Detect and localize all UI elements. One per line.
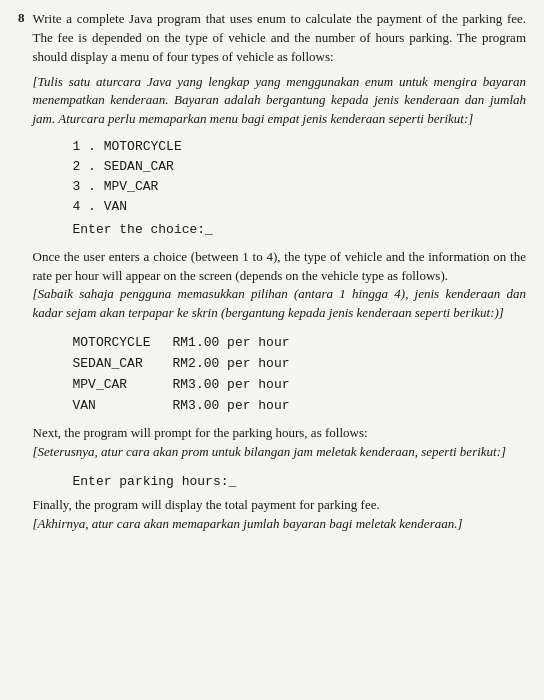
section3-block: Next, the program will prompt for the pa… bbox=[33, 424, 527, 462]
rate-row-0: MOTORCYCLE RM1.00 per hour bbox=[73, 333, 527, 354]
section4-block: Finally, the program will display the to… bbox=[33, 496, 527, 534]
vehicle-2: MPV_CAR bbox=[73, 375, 173, 396]
rate-row-1: SEDAN_CAR RM2.00 per hour bbox=[73, 354, 527, 375]
vehicle-1: SEDAN_CAR bbox=[73, 354, 173, 375]
rate-row-3: VAN RM3.00 per hour bbox=[73, 396, 527, 417]
menu-item-3: 3 . MPV_CAR bbox=[73, 177, 527, 197]
prompt-choice: Enter the choice:_ bbox=[73, 220, 527, 240]
section2-malay: [Sabaik sahaja pengguna memasukkan pilih… bbox=[33, 285, 527, 323]
rate-table: MOTORCYCLE RM1.00 per hour SEDAN_CAR RM2… bbox=[73, 333, 527, 416]
section2-english: Once the user enters a choice (between 1… bbox=[33, 248, 527, 286]
enter-parking-block: Enter parking hours:_ bbox=[73, 472, 527, 492]
section2-block: Once the user enters a choice (between 1… bbox=[33, 248, 527, 323]
menu-list: 1 . MOTORCYCLE 2 . SEDAN_CAR 3 . MPV_CAR… bbox=[73, 137, 527, 240]
rate-2: RM3.00 per hour bbox=[173, 375, 373, 396]
question-english-text: Write a complete Java program that uses … bbox=[33, 10, 527, 67]
question-header: 8 Write a complete Java program that use… bbox=[18, 10, 526, 554]
menu-item-2: 2 . SEDAN_CAR bbox=[73, 157, 527, 177]
page-wrapper: 8 Write a complete Java program that use… bbox=[18, 10, 526, 554]
rate-1: RM2.00 per hour bbox=[173, 354, 373, 375]
menu-item-4: 4 . VAN bbox=[73, 197, 527, 217]
menu-item-1: 1 . MOTORCYCLE bbox=[73, 137, 527, 157]
question-number: 8 bbox=[18, 10, 25, 26]
rate-row-2: MPV_CAR RM3.00 per hour bbox=[73, 375, 527, 396]
section3-malay: [Seterusnya, atur cara akan prom untuk b… bbox=[33, 443, 527, 462]
question-malay-text: [Tulis satu aturcara Java yang lengkap y… bbox=[33, 73, 527, 130]
vehicle-3: VAN bbox=[73, 396, 173, 417]
rate-3: RM3.00 per hour bbox=[173, 396, 373, 417]
section4-english: Finally, the program will display the to… bbox=[33, 496, 527, 515]
vehicle-0: MOTORCYCLE bbox=[73, 333, 173, 354]
section3-english: Next, the program will prompt for the pa… bbox=[33, 424, 527, 443]
section4-malay: [Akhirnya, atur cara akan memaparkan jum… bbox=[33, 515, 527, 534]
prompt-parking: Enter parking hours:_ bbox=[73, 474, 237, 489]
question-block: Write a complete Java program that uses … bbox=[33, 10, 527, 544]
rate-0: RM1.00 per hour bbox=[173, 333, 373, 354]
